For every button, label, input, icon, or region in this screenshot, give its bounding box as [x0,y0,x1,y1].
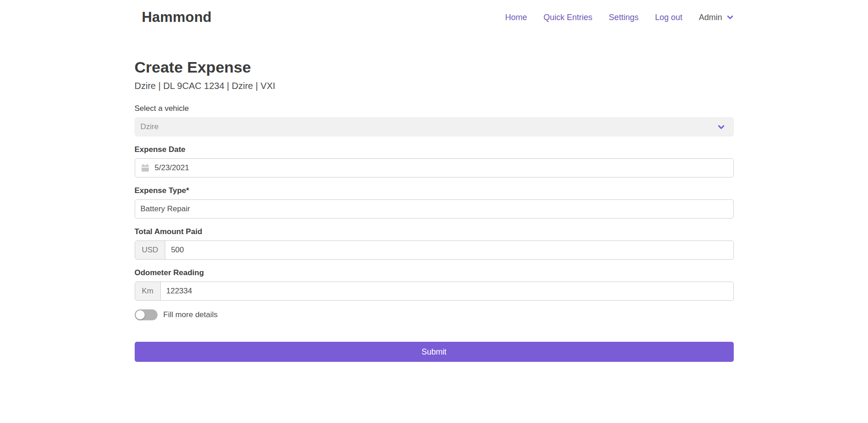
submit-button[interactable]: Submit [135,342,734,362]
vehicle-label: Select a vehicle [135,104,734,113]
currency-addon: USD [135,241,166,259]
brand-logo[interactable]: Hammond [135,9,212,26]
more-details-label: Fill more details [163,310,218,319]
total-amount-field-group: Total Amount Paid USD [135,227,734,260]
more-details-row: Fill more details [135,309,734,320]
expense-date-input[interactable] [149,159,733,177]
expense-date-label: Expense Date [135,145,734,154]
nav-item-settings[interactable]: Settings [609,13,638,22]
user-menu-admin[interactable]: Admin [699,13,733,22]
vehicle-select[interactable]: Dzire [135,117,734,136]
vehicle-field-group: Select a vehicle Dzire [135,104,734,136]
app-header: Hammond Home Quick Entries Settings Log … [0,0,868,35]
chevron-down-icon [717,123,725,131]
total-amount-label: Total Amount Paid [135,227,734,236]
expense-type-input-wrap [135,199,734,219]
expense-type-input[interactable] [135,200,733,218]
more-details-toggle[interactable] [135,309,158,320]
main-nav: Home Quick Entries Settings Log out Admi… [505,13,733,22]
create-expense-form: Select a vehicle Dzire Expense Date [135,104,734,362]
user-menu-label: Admin [699,13,722,22]
odometer-input[interactable] [161,282,733,300]
expense-date-field-group: Expense Date [135,145,734,178]
nav-item-home[interactable]: Home [505,13,527,22]
expense-date-input-wrap [135,158,734,178]
calendar-icon [141,164,149,172]
main-content: Create Expense Dzire | DL 9CAC 1234 | Dz… [135,58,734,362]
odometer-field-group: Odometer Reading Km [135,268,734,301]
nav-item-logout[interactable]: Log out [655,13,682,22]
expense-type-field-group: Expense Type* [135,186,734,219]
nav-item-quick-entries[interactable]: Quick Entries [543,13,592,22]
vehicle-summary: Dzire | DL 9CAC 1234 | Dzire | VXI [135,81,734,91]
distance-unit-addon: Km [135,282,161,300]
total-amount-input-wrap: USD [135,240,734,260]
chevron-down-icon [726,14,734,21]
total-amount-input[interactable] [165,241,733,259]
toggle-knob [136,310,145,319]
odometer-input-wrap: Km [135,282,734,301]
expense-type-label: Expense Type* [135,186,734,195]
odometer-label: Odometer Reading [135,268,734,277]
page-title: Create Expense [135,58,734,76]
vehicle-select-value: Dzire [141,122,159,131]
